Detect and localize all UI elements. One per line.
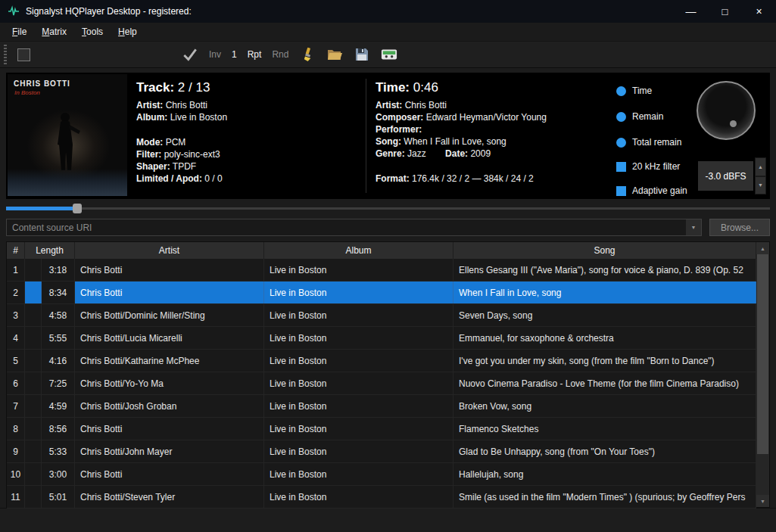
composer-label: Composer:	[376, 112, 423, 123]
menu-tools[interactable]: Tools	[74, 24, 111, 39]
scroll-up-icon[interactable]: ▲	[756, 242, 769, 254]
radio-icon	[616, 112, 626, 122]
checkbox-adaptive-gain-label: Adaptive gain	[632, 185, 687, 196]
browse-button[interactable]: Browse...	[709, 219, 770, 236]
format-value: 176.4k / 32 / 2 — 384k / 24 / 2	[412, 173, 534, 184]
row-number: 7	[7, 395, 25, 417]
cell-length: 5:01	[42, 486, 75, 508]
table-row[interactable]: 67:25Chris Botti/Yo-Yo MaLive in BostonN…	[7, 372, 756, 395]
cell-album: Live in Boston	[264, 350, 453, 372]
table-row[interactable]: 34:58Chris Botti/Dominic Miller/StingLiv…	[7, 304, 756, 327]
playlist-scrollbar[interactable]: ▲ ▼	[756, 242, 769, 507]
invert-toggle[interactable]: Inv	[209, 49, 221, 60]
toolbar: Inv 1 Rpt Rnd	[0, 42, 776, 68]
minimize-button[interactable]: —	[674, 0, 708, 23]
header-album[interactable]: Album	[264, 242, 453, 259]
row-number: 2	[7, 282, 25, 303]
table-row[interactable]: 28:34Chris BottiLive in BostonWhen I Fal…	[7, 282, 756, 304]
radio-icon	[616, 86, 626, 96]
table-row[interactable]: 74:59Chris Botti/Josh GrobanLive in Bost…	[7, 395, 756, 418]
header-artist[interactable]: Artist	[75, 242, 264, 259]
performer-silhouette	[39, 105, 92, 175]
radio-total-remain[interactable]: Total remain	[616, 137, 681, 148]
playing-indicator	[25, 282, 42, 303]
row-number: 3	[7, 304, 25, 326]
table-row[interactable]: 13:18Chris BottiLive in BostonEllens Ges…	[7, 259, 756, 282]
now-playing-panel: CHRIS BOTTI In Boston Track: 2 / 13 Arti…	[6, 73, 770, 199]
cassette-transport-icon[interactable]	[381, 46, 397, 63]
checkbox-adaptive-gain[interactable]: Adaptive gain	[616, 185, 687, 196]
mode-value: PCM	[166, 137, 186, 148]
repeat-toggle[interactable]: Rpt	[248, 49, 262, 60]
volume-spinner: ▲ ▼	[755, 157, 766, 194]
track-value: 2 / 13	[178, 80, 210, 95]
album-art-title-text: In Boston	[14, 89, 40, 96]
album-value: Live in Boston	[170, 112, 227, 123]
scrollbar-thumb[interactable]	[757, 254, 768, 454]
header-length[interactable]: Length	[25, 242, 75, 259]
date-label: Date:	[445, 148, 468, 159]
spin-down-icon[interactable]: ▼	[755, 176, 766, 195]
menu-matrix[interactable]: Matrix	[34, 24, 74, 39]
seek-bar[interactable]	[6, 204, 770, 213]
cell-length: 4:59	[42, 395, 75, 417]
cell-length: 4:16	[42, 350, 75, 372]
playing-indicator	[25, 440, 42, 462]
playlist-header: # Length Artist Album Song	[7, 242, 756, 259]
filter-line: Filter: poly-sinc-ext3	[136, 148, 366, 160]
radio-time-label: Time	[632, 86, 652, 96]
close-button[interactable]: ×	[742, 0, 776, 23]
header-number[interactable]: #	[7, 242, 25, 259]
album-line: Album: Live in Boston	[136, 111, 366, 123]
scrollbar-track[interactable]	[756, 254, 769, 495]
shaper-value: TPDF	[173, 161, 196, 172]
confirm-check-icon[interactable]	[182, 46, 198, 63]
save-floppy-icon[interactable]	[354, 46, 370, 63]
table-row[interactable]: 54:16Chris Botti/Katharine McPheeLive in…	[7, 350, 756, 372]
seek-track[interactable]	[6, 207, 770, 210]
cell-artist: Chris Botti/John Mayer	[75, 440, 264, 462]
stop-button[interactable]	[17, 48, 30, 61]
checkbox-20khz-filter[interactable]: 20 kHz filter	[616, 161, 680, 172]
cell-song: Emmanuel, for saxophone & orchestra	[453, 327, 756, 349]
table-row[interactable]: 103:00Chris BottiLive in BostonHalleluja…	[7, 463, 756, 486]
scroll-down-icon[interactable]: ▼	[756, 495, 769, 507]
cell-album: Live in Boston	[264, 372, 453, 394]
table-row[interactable]: 95:33Chris Botti/John MayerLive in Bosto…	[7, 440, 756, 463]
playing-indicator	[25, 418, 42, 440]
cell-song: Glad to Be Unhappy, song (from "On Your …	[453, 440, 756, 462]
repeat-count[interactable]: 1	[232, 49, 237, 60]
cell-length: 8:34	[42, 282, 75, 303]
cell-album: Live in Boston	[264, 259, 453, 281]
combo-dropdown-icon[interactable]: ▼	[686, 219, 701, 235]
cell-length: 8:56	[42, 418, 75, 440]
radio-time[interactable]: Time	[616, 86, 652, 96]
menu-help[interactable]: Help	[111, 24, 145, 39]
mode-line: Mode: PCM	[136, 136, 366, 148]
cell-album: Live in Boston	[264, 418, 453, 440]
random-toggle[interactable]: Rnd	[272, 49, 288, 60]
volume-dbfs-value[interactable]: -3.0 dBFS	[698, 161, 753, 191]
performer-line: Performer:	[376, 123, 609, 135]
volume-knob[interactable]	[697, 81, 756, 140]
cell-album: Live in Boston	[264, 327, 453, 349]
menu-file[interactable]: File	[5, 24, 34, 39]
table-row[interactable]: 115:01Chris Botti/Steven TylerLive in Bo…	[7, 486, 756, 509]
cell-album: Live in Boston	[264, 395, 453, 417]
clear-playlist-brush-icon[interactable]	[299, 46, 316, 63]
open-folder-icon[interactable]	[326, 46, 343, 63]
toolbar-drag-handle[interactable]	[4, 45, 7, 64]
spin-up-icon[interactable]: ▲	[755, 157, 766, 176]
table-row[interactable]: 45:55Chris Botti/Lucia MicarelliLive in …	[7, 327, 756, 350]
genre-label: Genre:	[376, 148, 405, 159]
source-uri-input[interactable]	[6, 219, 702, 236]
row-number: 1	[7, 259, 25, 281]
radio-remain[interactable]: Remain	[616, 111, 663, 122]
cell-album: Live in Boston	[264, 440, 453, 462]
header-song[interactable]: Song	[453, 242, 756, 259]
table-row[interactable]: 88:56Chris BottiLive in BostonFlamenco S…	[7, 418, 756, 440]
limited-apod-value: 0 / 0	[204, 173, 222, 184]
maximize-button[interactable]: □	[708, 0, 742, 23]
cell-song: Flamenco Sketches	[453, 418, 756, 440]
seek-thumb[interactable]	[73, 204, 82, 213]
